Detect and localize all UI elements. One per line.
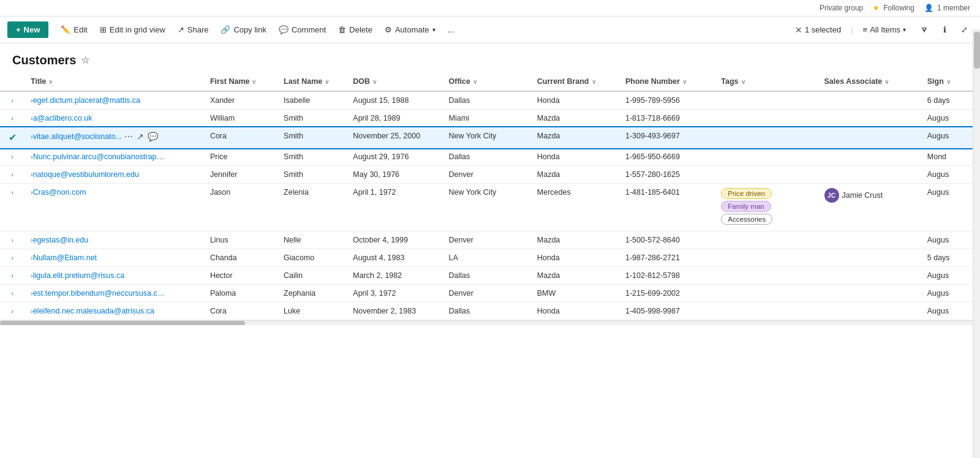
tag-badge[interactable]: Family man (721, 201, 771, 212)
vertical-scrollbar-thumb[interactable] (974, 32, 980, 69)
row-sales (818, 302, 921, 320)
row-lastname: Nelle (277, 231, 347, 249)
table-row[interactable]: › › Nullam@Etiam.net ChandaGiacomoAugust… (0, 249, 980, 267)
share-button[interactable]: ↗ Share (173, 22, 214, 37)
horizontal-scrollbar[interactable] (0, 320, 980, 325)
delete-button[interactable]: 🗑 Delete (333, 22, 377, 37)
row-title-cell: › est.tempor.bibendum@neccursusa.com (24, 285, 204, 302)
copy-link-label: Copy link (233, 25, 266, 34)
selected-label: 1 selected (805, 25, 841, 34)
row-tags (715, 127, 818, 148)
row-check-cell[interactable]: › (0, 231, 24, 249)
row-office: Dallas (443, 148, 531, 166)
row-office: New York City (443, 184, 531, 231)
table-row[interactable]: › › eget.dictum.placerat@mattis.ca Xande… (0, 91, 980, 110)
table-row[interactable]: › › natoque@vestibulumlorem.edu Jennifer… (0, 166, 980, 184)
row-email[interactable]: eget.dictum.placerat@mattis.ca (33, 96, 140, 105)
col-header-firstname[interactable]: First Name ∨ (204, 72, 277, 91)
table-row[interactable]: › › est.tempor.bibendum@neccursusa.com P… (0, 285, 980, 302)
row-brand: Honda (531, 148, 619, 166)
row-email[interactable]: vitae.aliquet@sociisnato... (33, 132, 122, 141)
row-title-cell: › ligula.elit.pretium@risus.ca (24, 267, 204, 285)
copy-link-button[interactable]: 🔗 Copy link (216, 22, 271, 37)
deselect-button[interactable]: ✕ 1 selected (790, 23, 846, 37)
row-email[interactable]: est.tempor.bibendum@neccursusa.com (33, 289, 168, 298)
scrollbar-thumb[interactable] (0, 321, 245, 325)
sort-icon-tags: ∨ (741, 78, 745, 85)
row-check-cell[interactable]: › (0, 184, 24, 231)
edit-label: Edit (74, 25, 87, 34)
col-header-sign[interactable]: Sign ∨ (921, 72, 980, 91)
row-check-cell[interactable]: › (0, 166, 24, 184)
filter-button[interactable]: ⛛ (916, 23, 933, 37)
new-label: New (24, 25, 40, 34)
col-brand-label: Current Brand (537, 77, 589, 86)
row-email[interactable]: ligula.elit.pretium@risus.ca (33, 271, 125, 280)
table-row[interactable]: › › eleifend.nec.malesuada@atrisus.ca Co… (0, 302, 980, 320)
row-email[interactable]: a@aclibero.co.uk (33, 114, 92, 122)
row-email[interactable]: Nunc.pulvinar.arcu@conubianostraper.edu (33, 152, 168, 161)
new-button[interactable]: + New (7, 21, 48, 38)
sort-icon-office: ∨ (473, 78, 477, 85)
page-title: Customers ☆ (12, 53, 968, 67)
col-header-dob[interactable]: DOB ∨ (347, 72, 442, 91)
table-row[interactable]: › › a@aclibero.co.uk WilliamSmithApril 2… (0, 110, 980, 127)
more-row-icon[interactable]: ⋯ (124, 132, 133, 141)
table-row[interactable]: › › ligula.elit.pretium@risus.ca HectorC… (0, 267, 980, 285)
row-email[interactable]: eleifend.nec.malesuada@atrisus.ca (33, 307, 154, 315)
row-check-cell[interactable]: › (0, 302, 24, 320)
edit-button[interactable]: ✏️ Edit (56, 22, 92, 37)
row-icon: › (11, 97, 13, 104)
info-button[interactable]: ℹ (938, 23, 951, 37)
col-header-brand[interactable]: Current Brand ∨ (531, 72, 619, 91)
row-email[interactable]: Cras@non.com (33, 188, 86, 197)
row-check-cell[interactable]: ✔ (0, 127, 24, 148)
more-button[interactable]: ... (443, 22, 459, 37)
table-row[interactable]: › › Nunc.pulvinar.arcu@conubianostraper.… (0, 148, 980, 166)
automate-label: Automate (395, 25, 429, 34)
row-phone: 1-405-998-9987 (619, 302, 715, 320)
row-tags: Price drivenFamily manAccessories (715, 184, 818, 231)
all-items-button[interactable]: ≡ All Items ▾ (858, 23, 911, 37)
row-phone: 1-965-950-6669 (619, 148, 715, 166)
comment-button[interactable]: 💬 Comment (274, 22, 331, 37)
toolbar-divider: | (851, 25, 853, 34)
row-check-cell[interactable]: › (0, 148, 24, 166)
comment-row-icon[interactable]: 💬 (148, 132, 158, 141)
table-row[interactable]: ✔ › vitae.aliquet@sociisnato... ⋯ ↗ 💬 Co… (0, 127, 980, 148)
row-check-cell[interactable]: › (0, 110, 24, 127)
table-row[interactable]: › › egestas@in.edu LinusNelleOctober 4, … (0, 231, 980, 249)
table-header-row: Title ∨ First Name ∨ Last Name ∨ (0, 72, 980, 91)
expand-button[interactable]: ⤢ (956, 23, 973, 37)
tag-badge[interactable]: Price driven (721, 188, 772, 199)
row-check-cell[interactable]: › (0, 267, 24, 285)
col-header-title[interactable]: Title ∨ (24, 72, 204, 91)
row-check-cell[interactable]: › (0, 91, 24, 110)
plus-icon: + (16, 25, 21, 34)
row-email[interactable]: natoque@vestibulumlorem.edu (33, 170, 139, 179)
col-header-tags[interactable]: Tags ∨ (715, 72, 818, 91)
row-sign: 6 days (921, 91, 980, 110)
favorite-star-icon[interactable]: ☆ (81, 54, 89, 66)
share-row-icon[interactable]: ↗ (137, 132, 144, 141)
col-header-phone[interactable]: Phone Number ∨ (619, 72, 715, 91)
row-office: Denver (443, 285, 531, 302)
row-sales (818, 166, 921, 184)
vertical-scrollbar[interactable] (973, 29, 980, 325)
col-sign-label: Sign (927, 77, 944, 86)
row-email[interactable]: Nullam@Etiam.net (33, 253, 97, 262)
row-email[interactable]: egestas@in.edu (33, 236, 89, 244)
page-title-text: Customers (12, 53, 76, 67)
tag-badge[interactable]: Accessories (721, 214, 772, 225)
row-check-cell[interactable]: › (0, 285, 24, 302)
col-header-lastname[interactable]: Last Name ∨ (277, 72, 347, 91)
edit-grid-button[interactable]: ⊞ Edit in grid view (95, 22, 170, 37)
col-header-sales[interactable]: Sales Associate ∨ (818, 72, 921, 91)
row-check-cell[interactable]: › (0, 249, 24, 267)
sort-icon-sales: ∨ (884, 78, 889, 85)
automate-button[interactable]: ⚙ Automate ▾ (380, 22, 440, 37)
row-dob: March 2, 1982 (347, 267, 442, 285)
following-label: Following (883, 4, 914, 12)
table-row[interactable]: › › Cras@non.com JasonZeleniaApril 1, 19… (0, 184, 980, 231)
col-header-office[interactable]: Office ∨ (443, 72, 531, 91)
